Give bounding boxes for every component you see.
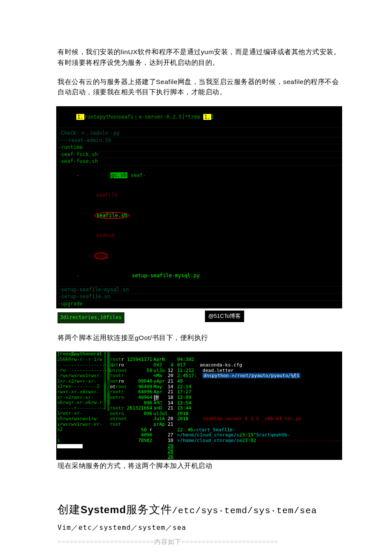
file-start-seafile: ₓstart_5eaf11e- [193,427,235,433]
size-col: 64096 [127,389,153,395]
size-col: 78982 [127,438,153,444]
terminal-ls-output: [rooxβpythonoral 25660rw-r--r-1rw - ----… [56,352,342,459]
divider-label: 内容如下 [154,538,182,545]
watermark-badge: @51CTo博客 [205,311,245,322]
user-col: rootr [110,406,127,411]
perm-col: 25660rw-r--r-1rw [57,357,103,363]
perm-col: x2rwx--------.2 [57,384,103,389]
size-col: 096 [127,411,153,417]
perm-col: 1 [57,438,103,444]
day-col: 21 [167,389,173,395]
perm-col: χrwxrwx1rwxr-xr- [57,422,103,427]
link-dash: ----- -----------------·--------------- [256,438,342,443]
tree-line: -runtime [58,144,83,150]
user-col: root [110,422,127,427]
vim-command: Vim／etc／systemd／system／sea [58,522,341,533]
link-time-1: 23:15^ [239,432,256,438]
prompt-highlight-right: 1. [203,114,211,120]
file-dead: dead.letter [202,368,233,373]
file-anaconda: anaconda-ks.cfg [200,362,242,368]
user-col: ootro [110,363,127,368]
day-col: 10 [167,438,173,444]
tree-file-gc: gc.sh [110,172,127,178]
tree-line: -seтup-seaf11e.sn [58,293,110,299]
time-col: 11:212 [177,368,194,373]
time-col: 13:54 [177,401,342,406]
terminal-tree-output: 1.rootepythonseafi｜e-server-6.2.5]*tree-… [56,106,342,308]
time-col: 22：46 [177,427,193,433]
time-col: 49 [177,379,342,384]
time-col: 13:44 [177,406,342,411]
size-col: 125941371 [127,357,153,363]
link-cloud-1: >/hαne/c1oud_storage/s [177,432,239,438]
tree-line: -seaf-fuse.sh [58,158,98,164]
tree-suffix: seaf- [127,172,146,178]
perm-col: x2 [57,427,103,433]
day-col: 26 [167,454,173,460]
white-block [57,444,83,448]
time-col: 2:4517: [177,373,197,378]
tree-file-setup-py: setup-seafile-mysql.py [132,273,199,279]
circled-file-sea: sea [96,253,106,259]
heading-cn-2: 服务文件 [126,503,172,516]
circled-file-seafile: seafile [96,192,118,198]
perm-col: x6rwχr-xr-x6rw-r [57,400,103,406]
divider-eq-left: ======================== [58,538,154,545]
time-col: 22:14 [177,384,342,390]
size-col: 261321664 [127,406,153,411]
circled-file-seafile-sh: seafile.sh [96,212,127,218]
circled-file-seahub: seahub [96,232,114,238]
perm-col: -rwxrwxrwx1rwxr- [57,373,103,379]
day-col: 18 [167,395,173,401]
time-col: 13:09 [177,395,342,401]
user-col: ootro [110,395,127,401]
tree-line: -seтup-seaf1le-mysql.sn [58,287,129,293]
intro-paragraph-1: 有时候，我们安装的linUX软件和程序不是通过yum安装，而是通过编译或者其他方… [58,47,341,68]
perm-col: rwxr-xr-x4rwxr- [57,389,103,395]
day-col: 21 [167,406,173,411]
user-col: rootr [110,389,127,395]
vert-chars-1: 1XtttttttttttttttttttttttttttttttO000000… [103,352,107,459]
after-terminal-2-para: 现在采纳服务的方式，将这两个脚本加入开机启动 [58,461,341,471]
date-col: OVJ [153,363,167,368]
time-col: 17:27 [177,389,342,395]
tree-prefix-2: - [76,273,132,279]
prompt-text: rootepythonseafi｜e-server-6.2.5]*tree- [84,114,203,120]
day-col: 21 [167,422,173,427]
perm-col: . [57,433,103,438]
heading-cn-1: 创建 [58,503,81,516]
intro-paragraph-2: 我在公有云的与服务器上搭建了Seafile网盘，当我至启云服务器的时候，seaf… [58,77,341,98]
file-seaf-server: seafS1e-server 6.2.5__x86-64.tdr.gz [202,416,301,421]
prompt-highlight-left: 1. [76,114,84,120]
content-divider: ========================内容如下============… [58,537,341,547]
link-time-2: 23:02 [242,438,256,443]
mid-paragraph: 将两个脚本运用软连接至gOot/书目下，便利执行 [58,333,341,343]
tree-prefix: - [76,172,110,178]
day-col: 4 [167,363,173,368]
tree-line: -CheCK」n，Jadnln・py [58,130,119,136]
tree-line: -seaf-fsck.sh [58,151,98,157]
heading-path: /etc/sys·temd/sys·tem/sea [172,506,317,516]
time-col: 2018 [177,416,189,421]
date-col: prAp [153,422,167,427]
size-col: 40964 [127,395,153,401]
tree-line: -upgrade [58,301,83,307]
link-cloud-2: >/hαme/cloud_storaqe/se [177,438,242,443]
link-end-1: SrartqeahUb- [256,432,290,438]
day-col: 21 [167,379,173,384]
size-col: 09640 [127,379,153,384]
date-col: yApr [153,379,167,384]
file-dnspython: dnspython->/root/pyauto/pyauto/⅛ξS [202,373,300,378]
perm-col: x5rwxrwxrwx1rw [57,416,103,422]
time-col: 017 [177,362,186,368]
prompt-tail: 1 [211,114,214,120]
vert-chars-2: 000000000000000000000000000001tttttttttt… [107,352,110,459]
tree-summary: 3directories,10files [58,312,124,323]
section-heading: 创建Systemd服务文件/etc/sys·temd/sys·tem/sea [58,501,341,519]
size-col: 50 [127,368,153,374]
tree-line: 一一reset-admin.Sh [58,137,111,143]
heading-systemd: Systemd [81,504,126,515]
divider-eq-right: ======================== [182,538,278,545]
date-col: anD [153,406,167,411]
